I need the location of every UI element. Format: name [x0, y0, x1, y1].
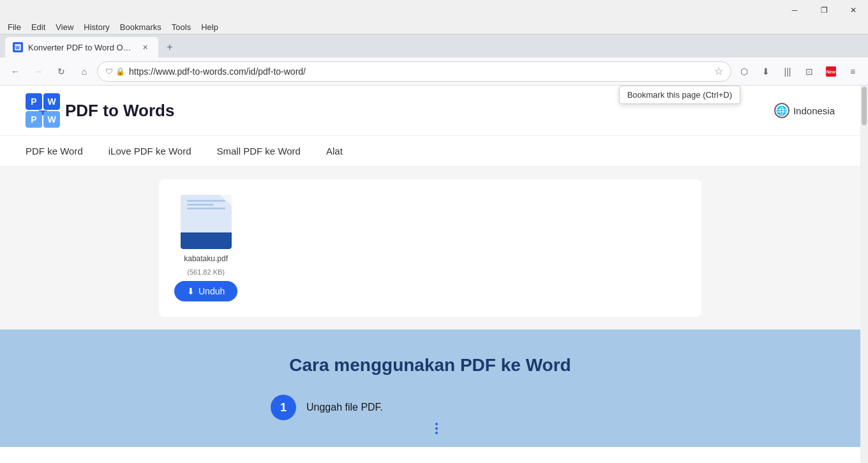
section-title: Cara menggunakan PDF ke Word [26, 355, 835, 376]
svg-text:P: P [31, 114, 36, 125]
step-dot-3 [435, 432, 438, 434]
tab-title: Konverter PDF to Word Online [28, 43, 134, 52]
menu-button[interactable]: ≡ [842, 61, 863, 82]
bookmark-tooltip: Bookmark this page (Ctrl+D) [619, 86, 740, 104]
svg-text:New: New [827, 70, 836, 74]
nav-bar: ← → ↻ ⌂ 🛡 🔒 https://www.pdf-to-words.com… [0, 57, 868, 86]
pocket-button[interactable]: ⬡ [734, 61, 754, 82]
page-wrapper: P W P W PDF to Words 🌐 Indonesia PDF ke … [0, 86, 860, 463]
reader-view-button[interactable]: ||| [777, 61, 798, 82]
logo-text: PDF to Words [65, 101, 174, 121]
menu-history[interactable]: History [79, 21, 114, 33]
svg-text:P: P [31, 96, 36, 107]
step-dots [38, 423, 835, 434]
svg-text:W: W [47, 114, 56, 125]
bookmark-star-icon[interactable]: ☆ [714, 65, 723, 77]
main-content: kabataku.pdf (561.82 KB) ⬇ Unduh [0, 167, 860, 330]
tab-close-button[interactable]: ✕ [139, 42, 151, 53]
download-button[interactable]: ⬇ Unduh [174, 281, 237, 301]
lock-icon: 🔒 [116, 67, 125, 76]
file-size: (561.82 KB) [187, 268, 225, 276]
scrollbar-thumb[interactable] [862, 87, 867, 125]
close-button[interactable]: ✕ [839, 0, 868, 20]
minimize-button[interactable]: ─ [780, 0, 809, 20]
file-preview: kabataku.pdf (561.82 KB) ⬇ Unduh [174, 195, 237, 301]
shield-icon: 🛡 [105, 67, 113, 76]
svg-text:W: W [15, 45, 20, 50]
tab-bar: W Konverter PDF to Word Online ✕ + [0, 34, 868, 57]
new-tab-button[interactable]: + [161, 38, 179, 56]
logo-icon: P W P W [26, 93, 60, 128]
title-bar-controls: ─ ❐ ✕ [780, 0, 868, 20]
blue-section: Cara menggunakan PDF ke Word 1 Unggah fi… [0, 330, 860, 447]
conversion-card: kabataku.pdf (561.82 KB) ⬇ Unduh [159, 179, 701, 317]
menu-tools[interactable]: Tools [167, 21, 196, 33]
nav-small-pdf[interactable]: Small PDF ke Word [217, 138, 301, 164]
language-label: Indonesia [793, 105, 835, 116]
step-dot-1 [435, 423, 438, 425]
download-manager-button[interactable]: ⬇ [756, 61, 776, 82]
new-feature-button[interactable]: New [821, 61, 841, 82]
nav-pdf-ke-word[interactable]: PDF ke Word [26, 138, 83, 164]
globe-icon: 🌐 [774, 103, 789, 118]
svg-text:W: W [47, 96, 56, 107]
tab-favicon: W [13, 42, 23, 52]
url-security-icons: 🛡 🔒 [105, 67, 125, 76]
forward-button: → [28, 61, 49, 82]
menu-edit[interactable]: Edit [26, 21, 50, 33]
step-1-number: 1 [271, 395, 296, 420]
toolbar-icons: ⬡ ⬇ ||| ⊡ New ≡ [734, 61, 863, 82]
download-icon: ⬇ [187, 286, 195, 296]
refresh-button[interactable]: ↻ [51, 61, 71, 82]
step-1-text: Unggah file PDF. [306, 402, 383, 413]
file-icon [181, 195, 232, 249]
maximize-button[interactable]: ❐ [809, 0, 839, 20]
scrollbar[interactable] [860, 86, 868, 463]
site-nav: PDF ke Word iLove PDF ke Word Small PDF … [0, 136, 860, 167]
browser-tab[interactable]: W Konverter PDF to Word Online ✕ [5, 37, 158, 57]
home-button[interactable]: ⌂ [74, 61, 94, 82]
file-name: kabataku.pdf [184, 254, 228, 263]
menu-view[interactable]: View [50, 21, 79, 33]
logo-area: P W P W PDF to Words [26, 93, 174, 128]
language-selector[interactable]: 🌐 Indonesia [774, 103, 835, 118]
menu-help[interactable]: Help [196, 21, 223, 33]
nav-alat[interactable]: Alat [326, 138, 343, 164]
menu-file[interactable]: File [3, 21, 26, 33]
browser-content: Bookmark this page (Ctrl+D) P W P W PDF … [0, 86, 868, 463]
nav-ilove-pdf[interactable]: iLove PDF ke Word [108, 138, 191, 164]
title-bar: ─ ❐ ✕ [0, 0, 868, 20]
download-label: Unduh [198, 286, 225, 296]
url-text: https://www.pdf-to-words.com/id/pdf-to-w… [129, 66, 710, 77]
pip-button[interactable]: ⊡ [799, 61, 819, 82]
step-1: 1 Unggah file PDF. [271, 395, 590, 420]
url-bar[interactable]: 🛡 🔒 https://www.pdf-to-words.com/id/pdf-… [97, 61, 731, 82]
menu-bar: File Edit View History Bookmarks Tools H… [0, 20, 868, 34]
menu-bookmarks[interactable]: Bookmarks [115, 21, 167, 33]
back-button[interactable]: ← [5, 61, 26, 82]
step-dot-2 [435, 427, 438, 430]
